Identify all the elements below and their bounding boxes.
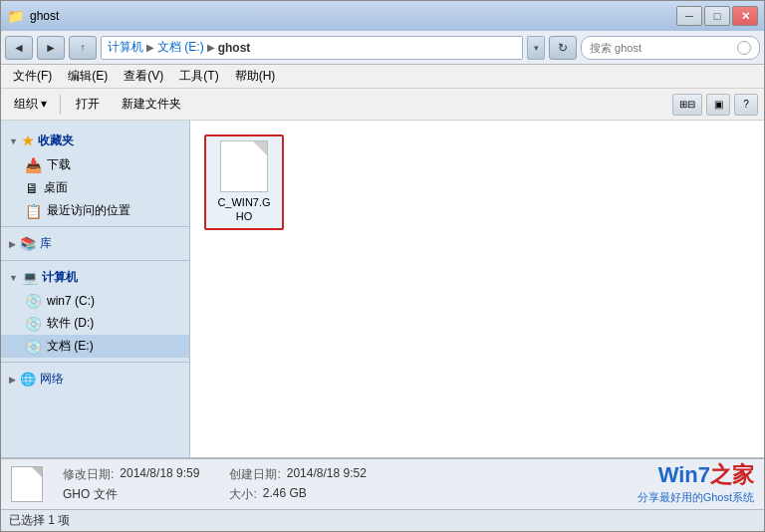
window-title: ghost (30, 9, 59, 23)
back-button[interactable]: ◄ (5, 36, 33, 60)
sidebar-item-docs[interactable]: 💿 文档 (E:) (1, 335, 189, 358)
sidebar-computer-label: 计算机 (42, 269, 78, 286)
new-folder-label: 新建文件夹 (122, 96, 181, 113)
docs-drive-icon: 💿 (25, 339, 42, 355)
type-value: GHO 文件 (63, 486, 118, 503)
organize-button[interactable]: 组织 ▾ (7, 93, 54, 116)
computer-arrow: ▼ (9, 273, 18, 283)
network-arrow: ▶ (9, 375, 16, 385)
sidebar-network-section[interactable]: ▶ 🌐 网络 (1, 367, 189, 392)
sidebar-desktop-label: 桌面 (44, 179, 68, 196)
status-bar: 修改日期: 2014/8/18 9:59 GHO 文件 创建日期: 2014/8… (1, 457, 764, 509)
sidebar-item-desktop[interactable]: 🖥 桌面 (1, 176, 189, 199)
search-icon[interactable] (737, 41, 751, 55)
search-input[interactable] (590, 42, 733, 54)
help-icon: ? (743, 99, 749, 110)
sidebar-network-label: 网络 (40, 371, 64, 388)
sidebar-docs-label: 文档 (E:) (47, 338, 94, 355)
selection-status: 已选择 1 项 (1, 509, 764, 531)
explorer-window: 📁 ghost ─ □ ✕ ◄ ► ↑ 计算机 ▶ 文档 (E:) ▶ ghos… (0, 0, 765, 532)
network-icon: 🌐 (20, 372, 36, 387)
library-icon: 📚 (20, 236, 36, 251)
address-dropdown[interactable]: ▾ (527, 36, 545, 60)
refresh-button[interactable]: ↻ (549, 36, 577, 60)
modified-value: 2014/8/18 9:59 (120, 466, 199, 483)
status-info: 修改日期: 2014/8/18 9:59 GHO 文件 创建日期: 2014/8… (63, 466, 367, 503)
maximize-button[interactable]: □ (704, 6, 730, 26)
sidebar-favorites-label: 收藏夹 (38, 133, 74, 149)
toolbar: 组织 ▾ 打开 新建文件夹 ⊞⊟ ▣ ? (1, 89, 764, 121)
file-item-gho[interactable]: C_WIN7.GHO (204, 134, 284, 230)
sidebar-favorites-header[interactable]: ▼ ★ 收藏夹 (1, 129, 189, 153)
status-area: 修改日期: 2014/8/18 9:59 GHO 文件 创建日期: 2014/8… (1, 457, 764, 531)
software-drive-icon: 💿 (25, 316, 42, 332)
menu-help[interactable]: 帮助(H) (227, 66, 284, 87)
sidebar-computer-section: ▼ 💻 计算机 💿 win7 (C:) 💿 软件 (D:) 💿 文档 (E:) (1, 265, 189, 358)
sidebar-item-recent[interactable]: 📋 最近访问的位置 (1, 199, 189, 222)
menu-view[interactable]: 查看(V) (116, 66, 171, 87)
sidebar-library-section[interactable]: ▶ 📚 库 (1, 231, 189, 256)
file-grid: C_WIN7.GHO (200, 131, 754, 234)
forward-button[interactable]: ► (37, 36, 65, 60)
help-button[interactable]: ? (734, 94, 758, 116)
status-modified-row: 修改日期: 2014/8/18 9:59 (63, 466, 199, 483)
status-created-row: 创建日期: 2014/8/18 9:52 (229, 466, 366, 483)
created-label: 创建日期: (229, 466, 280, 483)
status-size-row: 大小: 2.46 GB (229, 486, 366, 503)
view-grid-icon: ⊞⊟ (679, 99, 695, 110)
library-arrow: ▶ (9, 239, 16, 249)
downloads-folder-icon: 📥 (25, 157, 42, 173)
selection-text: 已选择 1 项 (9, 512, 70, 529)
close-button[interactable]: ✕ (732, 6, 758, 26)
menu-bar: 文件(F) 编辑(E) 查看(V) 工具(T) 帮助(H) (1, 65, 764, 89)
sidebar-computer-header[interactable]: ▼ 💻 计算机 (1, 265, 189, 290)
breadcrumb-sep-2: ▶ (207, 42, 215, 53)
sidebar-item-downloads[interactable]: 📥 下载 (1, 153, 189, 176)
up-button[interactable]: ↑ (69, 36, 97, 60)
sidebar-divider-3 (1, 362, 189, 363)
breadcrumb-computer[interactable]: 计算机 (108, 39, 143, 56)
modified-label: 修改日期: (63, 466, 114, 483)
main-area: ▼ ★ 收藏夹 📥 下载 🖥 桌面 📋 最近访问的位置 (1, 121, 764, 457)
title-bar-left: 📁 ghost (7, 8, 59, 24)
window-icon: 📁 (7, 8, 24, 24)
recent-folder-icon: 📋 (25, 203, 42, 219)
toolbar-separator-1 (60, 95, 61, 115)
organize-label: 组织 ▾ (14, 96, 47, 113)
status-file-corner (32, 467, 42, 477)
view-icon-button[interactable]: ⊞⊟ (672, 94, 702, 116)
file-fold-corner (253, 141, 267, 155)
computer-icon: 💻 (22, 270, 38, 285)
file-icon-gho (220, 140, 268, 192)
title-bar-controls: ─ □ ✕ (676, 6, 758, 26)
sidebar-divider-1 (1, 226, 189, 227)
created-value: 2014/8/18 9:52 (287, 466, 367, 483)
sidebar-library-label: 库 (40, 235, 52, 252)
breadcrumb-sep-1: ▶ (146, 42, 154, 53)
preview-button[interactable]: ▣ (706, 94, 730, 116)
preview-icon: ▣ (714, 99, 723, 110)
size-label: 大小: (229, 486, 256, 503)
status-type-row: GHO 文件 (63, 486, 199, 503)
sidebar-favorites-section: ▼ ★ 收藏夹 📥 下载 🖥 桌面 📋 最近访问的位置 (1, 129, 189, 222)
menu-tools[interactable]: 工具(T) (171, 66, 226, 87)
search-bar (581, 36, 760, 60)
status-info-col-2: 创建日期: 2014/8/18 9:52 大小: 2.46 GB (229, 466, 366, 503)
open-button[interactable]: 打开 (67, 93, 109, 117)
menu-file[interactable]: 文件(F) (5, 66, 60, 87)
sidebar-item-software[interactable]: 💿 软件 (D:) (1, 312, 189, 335)
size-value: 2.46 GB (263, 486, 307, 503)
minimize-button[interactable]: ─ (676, 6, 702, 26)
favorites-arrow: ▼ (9, 136, 18, 146)
breadcrumb-bar: 计算机 ▶ 文档 (E:) ▶ ghost (101, 36, 523, 60)
sidebar-downloads-label: 下载 (47, 156, 71, 173)
sidebar-item-win7[interactable]: 💿 win7 (C:) (1, 290, 189, 312)
file-name-gho: C_WIN7.GHO (217, 195, 270, 224)
open-label: 打开 (76, 96, 100, 113)
sidebar-software-label: 软件 (D:) (47, 315, 94, 332)
menu-edit[interactable]: 编辑(E) (60, 66, 116, 87)
new-folder-button[interactable]: 新建文件夹 (113, 93, 190, 117)
status-file-icon (11, 466, 43, 502)
breadcrumb-docs[interactable]: 文档 (E:) (157, 39, 204, 56)
desktop-folder-icon: 🖥 (25, 180, 39, 196)
